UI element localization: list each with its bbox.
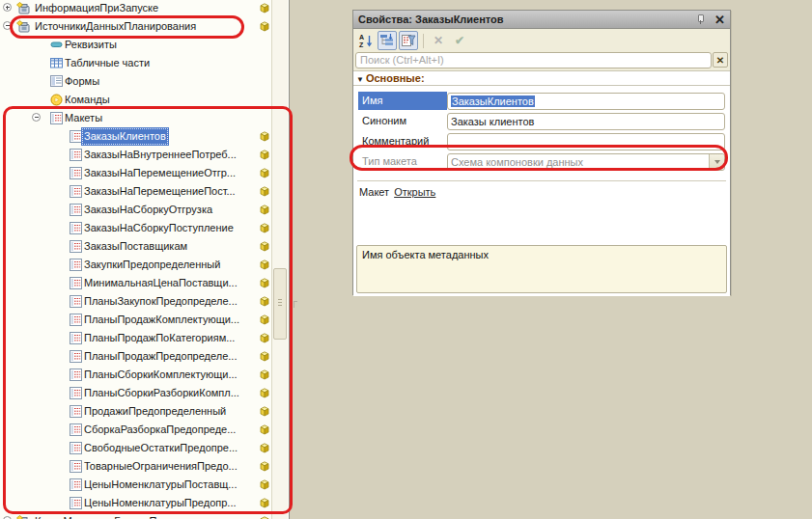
storage-cube-icon [259, 460, 270, 472]
tree-item-сборкаразборкапредопреде-[interactable]: СборкаРазборкаПредопреде... [0, 421, 272, 439]
tree-item-товарныеограниченияпредо-[interactable]: ТоварныеОграниченияПредо... [0, 457, 272, 476]
tree-item-label: ЗакупкиПредопределенный [81, 256, 223, 274]
tree-item-label: ПланыЗакупокПредопределе... [81, 292, 240, 311]
tree-item-label: ПланыПродажПоКатегориям... [81, 329, 238, 347]
pane-splitter-handle[interactable] [294, 301, 297, 308]
tree-item-заказыпоставщикам[interactable]: ЗаказыПоставщикам [0, 237, 272, 256]
tree-item-label: ЗаказыНаВнутреннееПотреб... [81, 146, 239, 164]
discard-button: ✕ [429, 31, 448, 50]
tree-item-информацияпризапуске[interactable]: ИнформацияПриЗапуске [0, 0, 272, 17]
tree-item-планыпродажпредопределе-[interactable]: ПланыПродажПредопределе... [0, 347, 272, 366]
data-source-icon [16, 20, 31, 34]
tree-item-label: ПланыСборкиКомплектующи... [81, 366, 240, 384]
storage-cube-icon [259, 240, 270, 252]
tree-item-label: Макеты [62, 109, 105, 127]
storage-cube-icon [259, 259, 270, 270]
tree-item-свободныеостаткипредопре-[interactable]: СвободныеОстаткиПредопре... [0, 439, 272, 457]
tree-item-ценыноменклатурыпоставщ-[interactable]: ЦеныНоменклатурыПоставщ... [0, 476, 272, 494]
tree-item-планызакупокпредопределе-[interactable]: ПланыЗакупокПредопределе... [0, 292, 272, 311]
property-label[interactable]: Имя [358, 92, 447, 110]
property-value-field: Схема компоновки данных [447, 153, 725, 171]
storage-cube-icon [259, 405, 270, 417]
tree-scrollbar-thumb[interactable] [273, 268, 287, 340]
property-label[interactable]: Синоним [358, 112, 447, 130]
tree-item-планыпродажпокатегориям-[interactable]: ПланыПродажПоКатегориям... [0, 329, 272, 347]
tree-item-заказынасборкуотгрузка[interactable]: ЗаказыНаСборкуОтгрузка [0, 201, 272, 219]
layout-label: Макет [359, 186, 389, 198]
tree-item-label: Формы [62, 72, 102, 91]
data-source-icon [16, 515, 31, 519]
storage-cube-icon [259, 130, 270, 142]
tree-item-планысборкикомплектующи-[interactable]: ПланыСборкиКомплектующи... [0, 366, 272, 384]
properties-title-bar[interactable]: Свойства: ЗаказыКлиентов ✕ [353, 11, 730, 29]
property-value-field[interactable]: ЗаказыКлиентов [447, 93, 725, 110]
toolbar-separator [423, 34, 424, 48]
pin-icon[interactable] [695, 14, 705, 25]
property-label[interactable]: Тип макета [358, 152, 447, 171]
description-box: Имя объекта метаданных [356, 245, 727, 293]
storage-cube-icon [259, 314, 270, 325]
description-text: Имя объекта метаданных [362, 249, 489, 260]
storage-cube-icon [259, 149, 270, 160]
expander-minus-icon[interactable] [3, 21, 12, 30]
storage-cube-icon [259, 478, 270, 490]
tree-item-label: ПродажиПредопределенный [81, 402, 229, 421]
tree-item-продажипредопределенный[interactable]: ПродажиПредопределенный [0, 402, 272, 421]
tree-item-label: СборкаРазборкаПредопреде... [81, 421, 238, 439]
tree-item-label: ЗаказыКлиентов [81, 127, 169, 146]
properties-toolbar: A Z [353, 29, 730, 51]
tree-item-формы[interactable]: Формы [0, 72, 272, 91]
search-input[interactable] [355, 52, 712, 68]
tree-item-закупкипредопределенный[interactable]: ЗакупкиПредопределенный [0, 256, 272, 274]
tree-item-минимальнаяценапоставщи-[interactable]: МинимальнаяЦенаПоставщи... [0, 274, 272, 292]
tree-item-макеты[interactable]: Макеты [0, 109, 272, 127]
expander-minus-icon[interactable] [32, 113, 41, 122]
apply-button: ✔ [450, 31, 469, 50]
tree-vertical-scrollbar[interactable] [271, 0, 288, 519]
tree-item-label: ПланыСборкиРазборкиКомпл... [81, 384, 242, 402]
apply-icon: ✔ [455, 34, 464, 47]
property-label[interactable]: Комментарий [358, 132, 447, 150]
tree-item-реквизиты[interactable]: Реквизиты [0, 36, 272, 54]
tree-item-команды[interactable]: Команды [0, 91, 272, 109]
properties-body: ▼Основные: ИмяЗаказыКлиентовСинонимЗаказ… [353, 70, 730, 296]
tree-item-источникиданныхпланирования[interactable]: ИсточникиДанныхПланирования [0, 17, 272, 36]
show-important-only-button[interactable] [399, 31, 418, 50]
group-by-categories-button[interactable] [378, 31, 397, 50]
tree-item-label: ЗаказыНаПеремещениеОтгр... [81, 164, 238, 182]
tree-item-табличные-части[interactable]: Табличные части [0, 54, 272, 72]
tree-item-label: ЗаказыПоставщикам [81, 237, 190, 256]
property-value-field[interactable] [447, 133, 725, 150]
tree-item-заказынасборкупоступление[interactable]: ЗаказыНаСборкуПоступление [0, 219, 272, 237]
tree-item-label: ТоварныеОграниченияПредо... [81, 457, 240, 476]
layout-open-row: МакетОткрыть [359, 186, 730, 198]
property-value-field[interactable]: Заказы клиентов [447, 113, 725, 130]
search-row: ✕ [353, 51, 730, 70]
storage-cube-icon [259, 222, 270, 233]
storage-cube-icon [259, 350, 270, 362]
storage-cube-icon [259, 423, 270, 435]
tree-item-заказыклиентов[interactable]: ЗаказыКлиентов [0, 127, 272, 146]
open-layout-link[interactable]: Открыть [394, 186, 435, 198]
section-header-label: Основные: [366, 72, 425, 84]
svg-text:Z: Z [359, 41, 364, 48]
tree-item-планысборкиразборкикомпл-[interactable]: ПланыСборкиРазборкиКомпл... [0, 384, 272, 402]
properties-title: Свойства: ЗаказыКлиентов [358, 14, 695, 25]
tree-item-картамаршрутабизнеспроцесса[interactable]: КартаМаршрутаБизнесПроцесса [0, 512, 272, 519]
separator [357, 180, 726, 181]
value-text: Схема компоновки данных [451, 156, 583, 168]
selected-value-text: ЗаказыКлиентов [451, 96, 535, 107]
clear-search-button[interactable]: ✕ [713, 52, 728, 68]
section-header-main[interactable]: ▼Основные: [353, 71, 730, 86]
tree-item-заказынаперемещениеотгр-[interactable]: ЗаказыНаПеремещениеОтгр... [0, 164, 272, 182]
tree-item-заказынаперемещениепост-[interactable]: ЗаказыНаПеремещениеПост... [0, 182, 272, 201]
sort-alphabetical-button[interactable]: A Z [356, 31, 376, 50]
storage-cube-icon [259, 515, 270, 519]
tree-item-ценыноменклатурыпредопр-[interactable]: ЦеныНоменклатурыПредопр... [0, 494, 272, 512]
tree-item-заказынавнутреннеепотреб-[interactable]: ЗаказыНаВнутреннееПотреб... [0, 146, 272, 164]
close-icon[interactable]: ✕ [714, 12, 725, 28]
tree-item-планыпродажкомплектующи-[interactable]: ПланыПродажКомплектующи... [0, 311, 272, 329]
tree-item-label: ИнформацияПриЗапуске [32, 0, 161, 17]
tree-item-label: ЗаказыНаСборкуОтгрузка [81, 201, 215, 219]
expander-plus-icon[interactable] [3, 3, 12, 12]
